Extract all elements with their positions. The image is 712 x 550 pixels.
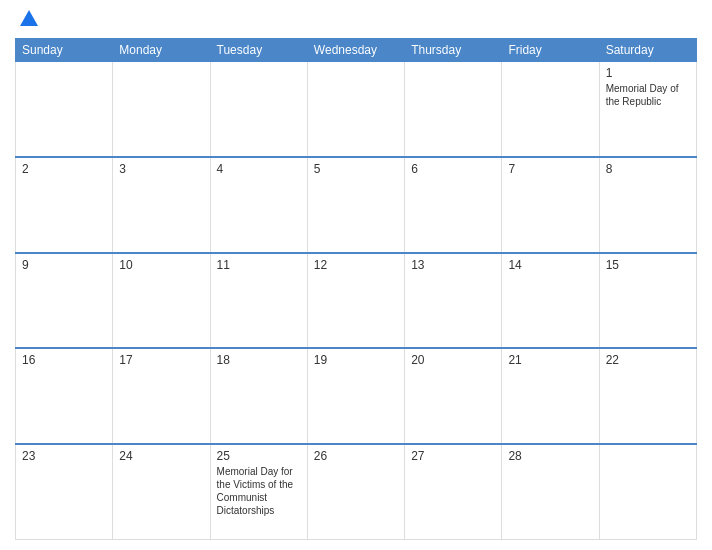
calendar-cell: 17	[113, 348, 210, 444]
calendar-cell	[113, 62, 210, 158]
calendar-cell: 2	[16, 157, 113, 253]
weekday-header-monday: Monday	[113, 39, 210, 62]
day-number: 19	[314, 353, 398, 367]
day-number: 22	[606, 353, 690, 367]
weekday-header-saturday: Saturday	[599, 39, 696, 62]
calendar-cell	[16, 62, 113, 158]
day-number: 17	[119, 353, 203, 367]
calendar-cell: 14	[502, 253, 599, 349]
calendar-cell: 10	[113, 253, 210, 349]
calendar-week-row: 232425Memorial Day for the Victims of th…	[16, 444, 697, 540]
day-number: 10	[119, 258, 203, 272]
calendar-cell: 13	[405, 253, 502, 349]
day-number: 21	[508, 353, 592, 367]
calendar-cell: 4	[210, 157, 307, 253]
calendar-cell	[599, 444, 696, 540]
day-number: 8	[606, 162, 690, 176]
calendar-cell: 9	[16, 253, 113, 349]
day-number: 23	[22, 449, 106, 463]
day-number: 1	[606, 66, 690, 80]
event-text: Memorial Day for the Victims of the Comm…	[217, 466, 294, 516]
calendar-cell: 23	[16, 444, 113, 540]
day-number: 13	[411, 258, 495, 272]
calendar-cell: 26	[307, 444, 404, 540]
day-number: 3	[119, 162, 203, 176]
calendar-cell: 5	[307, 157, 404, 253]
calendar-cell: 28	[502, 444, 599, 540]
weekday-header-row: SundayMondayTuesdayWednesdayThursdayFrid…	[16, 39, 697, 62]
day-number: 11	[217, 258, 301, 272]
calendar-cell: 27	[405, 444, 502, 540]
day-number: 27	[411, 449, 495, 463]
logo	[15, 10, 40, 30]
calendar-cell: 20	[405, 348, 502, 444]
calendar-week-row: 16171819202122	[16, 348, 697, 444]
weekday-header-sunday: Sunday	[16, 39, 113, 62]
day-number: 14	[508, 258, 592, 272]
calendar-week-row: 9101112131415	[16, 253, 697, 349]
day-number: 7	[508, 162, 592, 176]
calendar-cell	[210, 62, 307, 158]
calendar-cell: 24	[113, 444, 210, 540]
day-number: 5	[314, 162, 398, 176]
day-number: 12	[314, 258, 398, 272]
day-number: 26	[314, 449, 398, 463]
day-number: 2	[22, 162, 106, 176]
day-number: 6	[411, 162, 495, 176]
calendar-cell: 11	[210, 253, 307, 349]
svg-marker-0	[20, 10, 38, 26]
day-number: 15	[606, 258, 690, 272]
event-text: Memorial Day of the Republic	[606, 83, 679, 107]
calendar-cell: 12	[307, 253, 404, 349]
day-number: 9	[22, 258, 106, 272]
day-number: 20	[411, 353, 495, 367]
logo-icon	[18, 8, 40, 30]
calendar-container: SundayMondayTuesdayWednesdayThursdayFrid…	[0, 0, 712, 550]
calendar-cell: 16	[16, 348, 113, 444]
calendar-cell: 7	[502, 157, 599, 253]
calendar-cell: 25Memorial Day for the Victims of the Co…	[210, 444, 307, 540]
day-number: 18	[217, 353, 301, 367]
day-number: 4	[217, 162, 301, 176]
calendar-cell: 19	[307, 348, 404, 444]
calendar-cell: 22	[599, 348, 696, 444]
calendar-cell: 21	[502, 348, 599, 444]
calendar-cell: 6	[405, 157, 502, 253]
calendar-table: SundayMondayTuesdayWednesdayThursdayFrid…	[15, 38, 697, 540]
calendar-cell: 3	[113, 157, 210, 253]
calendar-cell	[502, 62, 599, 158]
calendar-cell	[405, 62, 502, 158]
day-number: 25	[217, 449, 301, 463]
weekday-header-thursday: Thursday	[405, 39, 502, 62]
calendar-cell	[307, 62, 404, 158]
calendar-week-row: 2345678	[16, 157, 697, 253]
calendar-body: 1Memorial Day of the Republic23456789101…	[16, 62, 697, 540]
calendar-cell: 1Memorial Day of the Republic	[599, 62, 696, 158]
weekday-header-friday: Friday	[502, 39, 599, 62]
calendar-header	[15, 10, 697, 30]
calendar-cell: 18	[210, 348, 307, 444]
calendar-week-row: 1Memorial Day of the Republic	[16, 62, 697, 158]
calendar-cell: 15	[599, 253, 696, 349]
day-number: 16	[22, 353, 106, 367]
calendar-cell: 8	[599, 157, 696, 253]
weekday-header-tuesday: Tuesday	[210, 39, 307, 62]
day-number: 24	[119, 449, 203, 463]
weekday-header-wednesday: Wednesday	[307, 39, 404, 62]
day-number: 28	[508, 449, 592, 463]
